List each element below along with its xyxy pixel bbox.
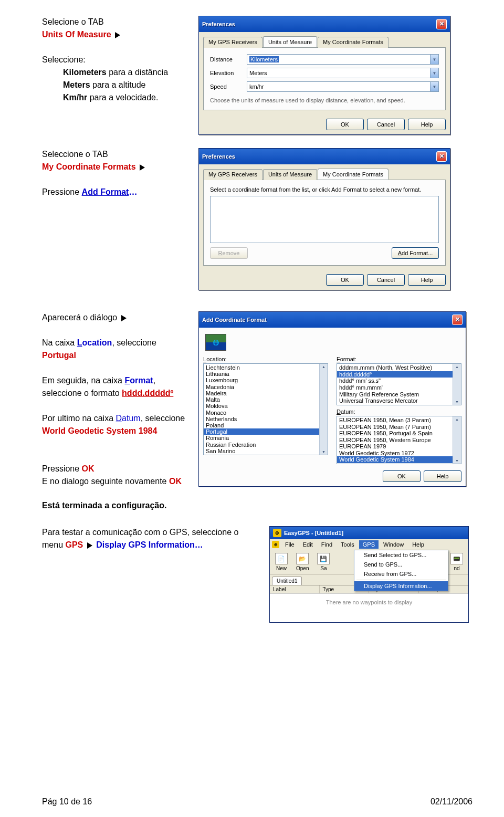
distance-value: Kilometers <box>249 56 279 62</box>
list-item[interactable]: Russian Federation <box>204 442 319 448</box>
elevation-select[interactable]: Meters ▼ <box>247 68 439 78</box>
list-item[interactable]: Netherlands <box>204 416 319 422</box>
menu-find[interactable]: Find <box>318 540 336 549</box>
dialog-title: Preferences <box>202 21 235 27</box>
li-kilometers-desc: para a distância <box>107 68 168 77</box>
preferences-dialog-2: Preferences ✕ My GPS Receivers Units of … <box>198 148 450 290</box>
ok-button[interactable]: OK <box>326 274 364 286</box>
menu-item-display-gps-info[interactable]: Display GPS Information... <box>354 581 448 591</box>
doc-tab[interactable]: Untitled1 <box>272 577 302 585</box>
list-item[interactable]: EUROPEAN 1950, Western Europe <box>337 437 453 444</box>
tab-units-of-measure[interactable]: Units of Measure <box>263 36 317 47</box>
list-item[interactable]: Poland <box>204 422 319 428</box>
menu-file[interactable]: File <box>281 540 298 549</box>
help-button[interactable]: Help <box>408 274 446 286</box>
tab-my-coordinate-formats[interactable]: My Coordinate Formats <box>318 169 388 180</box>
section3-p2a: Na caixa <box>42 338 77 347</box>
ok-button[interactable]: OK <box>383 470 421 482</box>
prefs2-desc: Select a coordinate format from the list… <box>210 186 439 193</box>
help-button[interactable]: Help <box>424 470 461 482</box>
close-icon[interactable]: ✕ <box>436 151 447 162</box>
page-date: 02/11/2006 <box>430 797 472 806</box>
save-icon: 💾 <box>317 553 330 564</box>
menu-edit[interactable]: Edit <box>299 540 317 549</box>
list-item[interactable]: Portugal <box>204 428 319 435</box>
list-item[interactable]: Romania <box>204 435 319 441</box>
list-item[interactable]: EUROPEAN 1950, Mean (3 Param) <box>337 417 453 424</box>
section2-line1: Seleccione o TAB <box>42 148 189 161</box>
col-label[interactable]: Label <box>270 585 320 593</box>
list-item[interactable]: Military Grid Reference System <box>337 391 453 398</box>
close-icon[interactable]: ✕ <box>452 315 463 325</box>
tab-my-coordinate-formats[interactable]: My Coordinate Formats <box>318 37 388 48</box>
menu-item-send-selected[interactable]: Send Selected to GPS... <box>354 550 448 560</box>
menu-window[interactable]: Window <box>380 540 407 549</box>
list-item[interactable]: EUROPEAN 1950, Portugal & Spain <box>337 430 453 437</box>
ok-button[interactable]: OK <box>326 119 364 130</box>
list-item[interactable]: Malta <box>204 396 319 403</box>
open-icon: 📂 <box>296 553 309 564</box>
hint-text: Choose the units of measure used to disp… <box>210 97 439 103</box>
menu-help[interactable]: Help <box>408 540 428 549</box>
app-icon: ⊕ <box>273 529 281 537</box>
menu-item-send-to-gps[interactable]: Send to GPS... <box>354 560 448 569</box>
chevron-down-icon: ▼ <box>430 82 438 91</box>
toolbar-save[interactable]: 💾Sa <box>314 552 333 572</box>
datum-listbox[interactable]: EUROPEAN 1950, Mean (3 Param)EUROPEAN 19… <box>337 416 461 464</box>
list-item[interactable]: EUROPEAN 1950, Mean (7 Param) <box>337 424 453 431</box>
location-listbox[interactable]: LiechtensteinLithuaniaLuxembourgMacedoni… <box>203 363 328 455</box>
list-item[interactable]: Luxembourg <box>204 377 319 383</box>
list-item[interactable]: World Geodetic System 1984 <box>337 456 453 463</box>
list-item[interactable]: hddd° mm.mmm' <box>337 384 453 391</box>
location-label: Location: <box>203 356 328 362</box>
cancel-button[interactable]: Cancel <box>367 119 405 130</box>
list-item[interactable]: Macedonia <box>204 384 319 390</box>
scrollbar[interactable]: ▲▼ <box>453 416 461 464</box>
li-meters-desc: para a altitude <box>90 80 146 89</box>
list-item[interactable]: hddd° mm' ss.s'' <box>337 378 453 384</box>
section3-p1: Aparecerá o diálogo <box>42 313 117 322</box>
list-item[interactable]: Universal Transverse Mercator <box>337 397 453 404</box>
list-item[interactable]: Madeira <box>204 390 319 396</box>
dialog-title: Add Coordinate Format <box>202 317 267 323</box>
speed-value: km/hr <box>249 83 264 90</box>
cancel-button[interactable]: Cancel <box>367 274 405 286</box>
list-item[interactable]: Lithuania <box>204 371 319 377</box>
list-item[interactable]: Moldova <box>204 403 319 409</box>
done-text: Está terminada a configuração. <box>42 501 472 510</box>
toolbar-new[interactable]: 📄New <box>272 552 291 572</box>
section1-line1: Selecione o TAB <box>42 16 189 28</box>
ok-ref-2: OK <box>169 477 182 486</box>
scrollbar[interactable]: ▲▼ <box>453 364 461 405</box>
tab-my-gps-receivers[interactable]: My GPS Receivers <box>203 169 262 180</box>
distance-select[interactable]: Kilometers ▼ <box>247 54 439 65</box>
format-listbox[interactable]: dddmm.mmm (North, West Positive)hddd.ddd… <box>337 363 461 405</box>
menu-gps[interactable]: GPS <box>359 540 379 549</box>
list-item[interactable]: Liechtenstein <box>204 364 319 371</box>
speed-select[interactable]: km/hr ▼ <box>247 81 439 92</box>
help-button[interactable]: Help <box>408 119 446 130</box>
tab-my-gps-receivers[interactable]: My GPS Receivers <box>203 37 262 48</box>
gps-menu-ref: GPS <box>65 540 83 549</box>
new-icon: 📄 <box>275 553 288 564</box>
li-kmhr: Km/hr <box>63 93 87 102</box>
scrollbar[interactable]: ▲▼ <box>319 364 328 455</box>
list-item[interactable]: EUROPEAN 1979 <box>337 443 453 450</box>
list-item[interactable]: Monaco <box>204 410 319 416</box>
toolbar-open[interactable]: 📂Open <box>293 552 312 572</box>
empty-text: There are no waypoints to display <box>270 594 468 611</box>
list-item[interactable]: dddmm.mmm (North, West Positive) <box>337 364 453 371</box>
toolbar-nd[interactable]: 📟nd <box>447 552 466 572</box>
list-item[interactable]: World Geodetic System 1972 <box>337 450 453 457</box>
menu-item-receive[interactable]: Receive from GPS... <box>354 569 448 579</box>
list-item[interactable]: San Marino <box>204 448 319 454</box>
add-format-button[interactable]: Add Format... <box>392 247 439 259</box>
list-item[interactable]: hddd.ddddd° <box>337 371 453 378</box>
li-kilometers: Kilometers <box>63 68 107 77</box>
app-icon: ⊕ <box>272 541 279 548</box>
add-format-link: Add Format <box>82 187 129 196</box>
close-icon[interactable]: ✕ <box>436 19 447 29</box>
tab-units-of-measure[interactable]: Units of Measure <box>263 169 317 180</box>
menu-tools[interactable]: Tools <box>337 540 358 549</box>
format-listbox[interactable] <box>210 196 439 243</box>
